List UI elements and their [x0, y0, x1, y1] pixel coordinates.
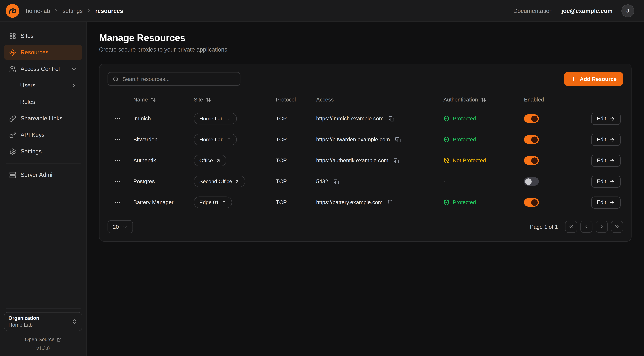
access-value: https://immich.example.com [316, 116, 384, 122]
access-value: https://bitwarden.example.com [316, 136, 390, 142]
auth-label: Protected [453, 199, 476, 206]
sidebar-item-label: API Keys [20, 132, 44, 138]
page-size-select[interactable]: 20 [108, 220, 133, 233]
previous-page-button[interactable] [580, 221, 592, 233]
column-header-authentication[interactable]: Authentication [444, 97, 524, 103]
last-page-button[interactable] [611, 221, 623, 233]
ellipsis-icon [114, 157, 121, 164]
enabled-toggle[interactable] [524, 114, 539, 123]
shield-check-icon [444, 116, 450, 122]
first-page-button[interactable] [565, 221, 577, 233]
breadcrumb-item-home-lab[interactable]: home-lab [26, 8, 50, 14]
site-link[interactable]: Office [194, 155, 226, 166]
auth-label: Protected [453, 136, 476, 142]
table-row: Bitwarden Home Lab TCP https://bitwarden… [108, 129, 623, 150]
enabled-toggle[interactable] [524, 198, 539, 206]
sidebar-item-label: Sites [20, 32, 34, 39]
sidebar-item-settings[interactable]: Settings [4, 144, 82, 159]
server-icon [9, 172, 16, 178]
toggle-knob [531, 199, 538, 206]
edit-button[interactable]: Edit [591, 113, 621, 125]
sidebar-item-access-control[interactable]: Access Control [4, 61, 82, 76]
search-icon [113, 76, 119, 82]
site-link[interactable]: Home Lab [194, 113, 237, 124]
sidebar: Sites Resources Access Control Users Rol… [0, 22, 86, 356]
enabled-toggle[interactable] [524, 156, 539, 165]
sidebar-bottom-divider [6, 308, 80, 309]
copy-icon [395, 137, 401, 142]
copy-button[interactable] [332, 177, 341, 186]
sidebar-item-api-keys[interactable]: API Keys [4, 127, 82, 142]
user-avatar[interactable]: J [622, 4, 634, 17]
resources-card: Add Resource Name Site Protocol Acce [99, 64, 632, 242]
arrow-up-right-icon [216, 158, 220, 163]
auth-label: - [444, 178, 445, 184]
row-menu-button[interactable] [112, 155, 123, 166]
resource-name: Immich [133, 116, 194, 122]
sidebar-item-roles[interactable]: Roles [4, 94, 82, 110]
row-menu-button[interactable] [112, 176, 123, 187]
protocol-value: TCP [276, 178, 316, 184]
sites-icon [9, 32, 16, 39]
page-subtitle: Create secure proxies to your private ap… [99, 46, 632, 53]
column-header-site[interactable]: Site [194, 97, 276, 103]
protocol-value: TCP [276, 116, 316, 122]
sidebar-item-shareable-links[interactable]: Shareable Links [4, 111, 82, 126]
page-title: Manage Resources [99, 32, 632, 44]
site-link[interactable]: Home Lab [194, 134, 237, 146]
user-email: joe@example.com [562, 8, 612, 14]
arrow-right-icon [609, 158, 615, 163]
auth-badge: - [444, 178, 445, 184]
plus-icon [571, 76, 576, 82]
sidebar-item-server-admin[interactable]: Server Admin [4, 167, 82, 182]
column-header-access: Access [316, 97, 444, 103]
table-row: Battery Manager Edge 01 TCP https://batt… [108, 192, 623, 213]
site-link[interactable]: Second Office [194, 176, 246, 187]
row-menu-button[interactable] [112, 197, 123, 208]
enabled-toggle[interactable] [524, 135, 539, 144]
column-header-name[interactable]: Name [133, 97, 194, 103]
toggle-knob [525, 178, 532, 185]
resource-name: Bitwarden [133, 136, 194, 142]
key-icon [9, 132, 16, 138]
column-header-protocol: Protocol [276, 97, 316, 103]
next-page-button[interactable] [596, 221, 608, 233]
chevron-left-icon [584, 224, 589, 230]
sidebar-item-resources[interactable]: Resources [4, 45, 82, 60]
edit-label: Edit [597, 136, 606, 142]
add-resource-button[interactable]: Add Resource [564, 72, 623, 86]
table-row: Postgres Second Office TCP 5432 - [108, 171, 623, 192]
search-input[interactable] [122, 76, 235, 82]
edit-button[interactable]: Edit [591, 196, 621, 208]
edit-button[interactable]: Edit [591, 176, 621, 188]
chevron-right-icon [599, 224, 604, 230]
copy-button[interactable] [394, 135, 402, 144]
row-menu-button[interactable] [112, 114, 123, 124]
open-source-label: Open Source [25, 337, 54, 342]
resource-name: Battery Manager [133, 199, 194, 206]
card-toolbar: Add Resource [108, 72, 623, 86]
gear-icon [9, 148, 16, 155]
documentation-link[interactable]: Documentation [513, 8, 553, 14]
edit-button[interactable]: Edit [591, 134, 621, 146]
row-menu-button[interactable] [112, 134, 123, 145]
enabled-toggle[interactable] [524, 177, 539, 186]
ellipsis-icon [114, 136, 121, 143]
arrow-up-right-icon [226, 116, 231, 121]
sidebar-item-sites[interactable]: Sites [4, 28, 82, 44]
copy-button[interactable] [386, 198, 395, 207]
copy-button[interactable] [387, 114, 396, 123]
app-logo[interactable] [6, 4, 19, 18]
organization-selector[interactable]: Organization Home Lab [4, 312, 82, 331]
arrow-up-right-icon [235, 179, 240, 184]
protocol-value: TCP [276, 158, 316, 164]
site-link[interactable]: Edge 01 [194, 196, 232, 208]
sidebar-item-users[interactable]: Users [4, 78, 82, 93]
copy-button[interactable] [392, 156, 401, 165]
open-source-link[interactable]: Open Source [4, 337, 82, 342]
edit-button[interactable]: Edit [591, 154, 621, 166]
page-size-value: 20 [113, 224, 119, 230]
breadcrumb-item-settings[interactable]: settings [62, 8, 83, 14]
sidebar-item-label: Server Admin [20, 172, 56, 178]
sort-icon [151, 97, 156, 102]
